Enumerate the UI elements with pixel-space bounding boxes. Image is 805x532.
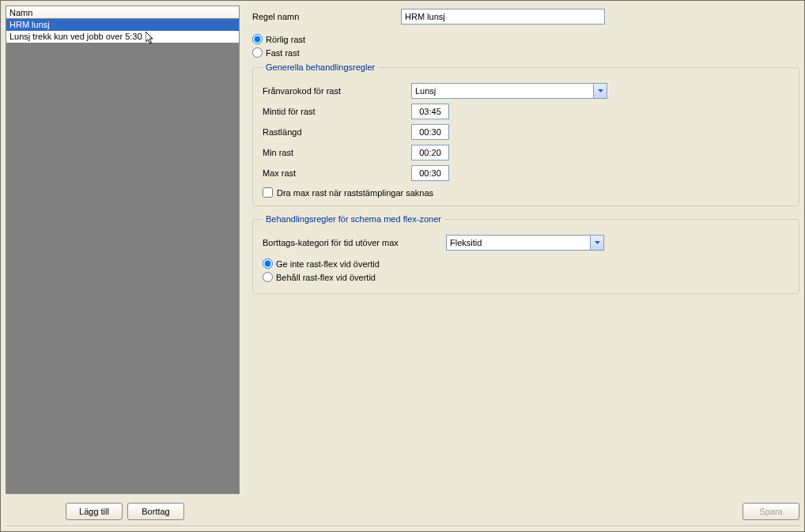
cursor-icon — [146, 32, 155, 46]
save-button[interactable]: Spara — [743, 503, 799, 520]
flex-rules-legend: Behandlingsregler för schema med flex-zo… — [263, 214, 444, 224]
button-bar: Lägg till Borttag Spara — [6, 503, 799, 522]
radio-no-flex-input[interactable] — [263, 258, 273, 269]
list-item-label: Lunsj trekk kun ved jobb over 5:30 — [9, 32, 142, 41]
list-item[interactable]: Lunsj trekk kun ved jobb over 5:30 — [6, 31, 239, 43]
radio-rorlig-input[interactable] — [252, 34, 263, 44]
list-item-label: HRM lunsj — [9, 20, 50, 29]
right-column: Regel namn Rörlig rast Fast rast Generel… — [240, 6, 799, 494]
rules-listbox[interactable]: HRM lunsj Lunsj trekk kun ved jobb over … — [6, 19, 240, 494]
max-break-checkbox[interactable] — [263, 187, 273, 198]
rule-name-input[interactable] — [401, 9, 605, 25]
general-rules-legend: Generella behandlingsregler — [263, 62, 378, 72]
absence-code-row: Frånvarokod för rast Lunsj — [263, 83, 789, 99]
radio-fast-input[interactable] — [252, 47, 263, 58]
removal-cat-row: Borttags-kategori för tid utöver max Fle… — [263, 235, 789, 251]
max-break-input[interactable] — [411, 165, 449, 181]
absence-code-select[interactable]: Lunsj — [411, 83, 607, 99]
removal-cat-select[interactable]: Fleksitid — [446, 235, 604, 251]
absence-code-value: Lunsj — [412, 84, 593, 98]
rule-name-row: Regel namn — [252, 9, 799, 25]
max-break-checkbox-label: Dra max rast när raststämplingar saknas — [277, 188, 433, 198]
radio-keep-flex-input[interactable] — [263, 272, 273, 282]
length-input[interactable] — [411, 124, 449, 140]
chevron-down-icon[interactable] — [593, 84, 607, 98]
chevron-down-icon[interactable] — [590, 236, 603, 250]
radio-rorlig-label: Rörlig rast — [266, 35, 305, 44]
radio-keep-flex-label: Behåll rast-flex vid övertid — [276, 273, 376, 282]
min-time-label: Mintid för rast — [263, 107, 411, 116]
radio-keep-flex[interactable]: Behåll rast-flex vid övertid — [263, 272, 789, 282]
max-break-row: Max rast — [263, 165, 789, 181]
min-break-row: Min rast — [263, 145, 789, 160]
max-break-checkbox-row[interactable]: Dra max rast när raststämplingar saknas — [263, 187, 789, 198]
spacer — [244, 503, 743, 522]
radio-no-flex-label: Ge inte rast-flex vid övertid — [276, 259, 380, 269]
radio-rorlig-rast[interactable]: Rörlig rast — [252, 34, 799, 44]
radio-fast-rast[interactable]: Fast rast — [252, 47, 799, 58]
remove-button[interactable]: Borttag — [127, 503, 184, 520]
flex-rules-group: Behandlingsregler för schema med flex-zo… — [252, 214, 799, 294]
list-item[interactable]: HRM lunsj — [6, 19, 239, 31]
app-window: Namn HRM lunsj Lunsj trekk kun ved jobb … — [0, 0, 805, 532]
left-buttons: Lägg till Borttag — [6, 503, 244, 522]
radio-no-flex[interactable]: Ge inte rast-flex vid övertid — [263, 258, 789, 269]
length-label: Rastlängd — [263, 127, 411, 137]
min-time-input[interactable] — [411, 104, 449, 119]
min-break-label: Min rast — [263, 148, 411, 157]
radio-fast-label: Fast rast — [266, 48, 300, 58]
bottom-separator — [6, 526, 799, 527]
removal-cat-label: Borttags-kategori för tid utöver max — [263, 238, 446, 247]
left-column: Namn HRM lunsj Lunsj trekk kun ved jobb … — [6, 6, 240, 494]
add-button[interactable]: Lägg till — [66, 503, 123, 520]
rule-name-label: Regel namn — [252, 12, 401, 21]
removal-cat-value: Fleksitid — [447, 236, 590, 250]
min-break-input[interactable] — [411, 145, 449, 160]
main-columns: Namn HRM lunsj Lunsj trekk kun ved jobb … — [6, 6, 799, 494]
list-header-name[interactable]: Namn — [6, 6, 240, 19]
general-rules-group: Generella behandlingsregler Frånvarokod … — [252, 62, 799, 206]
min-time-row: Mintid för rast — [263, 104, 789, 119]
absence-code-label: Frånvarokod för rast — [263, 86, 411, 96]
max-break-label: Max rast — [263, 168, 411, 178]
length-row: Rastlängd — [263, 124, 789, 140]
